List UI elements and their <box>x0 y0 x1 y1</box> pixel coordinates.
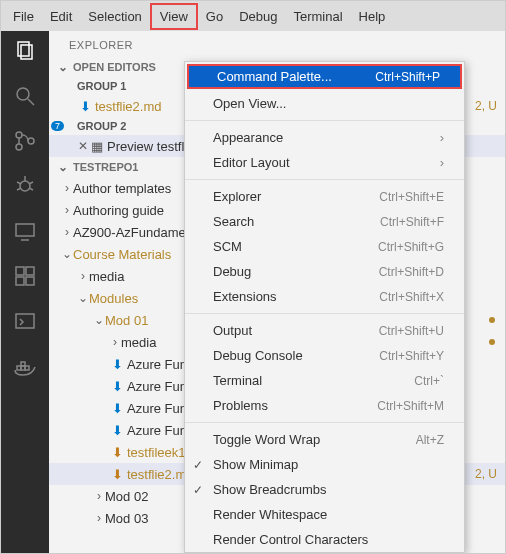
svg-line-12 <box>29 188 33 190</box>
menu-shortcut: Ctrl+Shift+Y <box>379 349 444 363</box>
menu-item-label: Editor Layout <box>213 155 290 170</box>
menu-shortcut: Alt+Z <box>416 433 444 447</box>
chevron-right-icon: › <box>440 130 444 145</box>
menu-item[interactable]: Appearance› <box>185 125 464 150</box>
menu-shortcut: Ctrl+Shift+F <box>380 215 444 229</box>
sidebar-title: EXPLORER <box>49 31 505 57</box>
menu-selection[interactable]: Selection <box>80 5 149 28</box>
menu-debug[interactable]: Debug <box>231 5 285 28</box>
explorer-icon[interactable] <box>13 39 37 66</box>
docker-icon[interactable] <box>13 354 37 381</box>
menu-item[interactable]: ExtensionsCtrl+Shift+X <box>185 284 464 309</box>
menu-item[interactable]: SCMCtrl+Shift+G <box>185 234 464 259</box>
menu-shortcut: Ctrl+Shift+E <box>379 190 444 204</box>
svg-rect-17 <box>16 277 24 285</box>
menu-terminal[interactable]: Terminal <box>285 5 350 28</box>
menu-item[interactable]: Render Control Characters <box>185 527 464 552</box>
menu-item-label: Search <box>213 214 254 229</box>
markdown-icon: ⬇ <box>109 379 125 394</box>
markdown-icon: ⬇ <box>109 445 125 460</box>
svg-line-11 <box>17 188 21 190</box>
menu-item[interactable]: ExplorerCtrl+Shift+E <box>185 184 464 209</box>
menu-item[interactable]: TerminalCtrl+` <box>185 368 464 393</box>
svg-point-2 <box>17 88 29 100</box>
svg-rect-19 <box>16 314 34 328</box>
markdown-icon: ⬇ <box>77 99 93 114</box>
menu-item[interactable]: Open View... <box>185 91 464 116</box>
menu-go[interactable]: Go <box>198 5 231 28</box>
svg-rect-16 <box>26 267 34 275</box>
menu-item[interactable]: Render Whitespace <box>185 502 464 527</box>
svg-point-5 <box>16 144 22 150</box>
menu-help[interactable]: Help <box>351 5 394 28</box>
file-status: 2, U <box>475 99 497 113</box>
menu-shortcut: Ctrl+Shift+G <box>378 240 444 254</box>
svg-line-3 <box>28 99 34 105</box>
close-icon[interactable]: ✕ <box>77 139 89 153</box>
menu-shortcut: Ctrl+Shift+X <box>379 290 444 304</box>
svg-point-4 <box>16 132 22 138</box>
menu-shortcut: Ctrl+Shift+P <box>375 70 440 84</box>
menu-item[interactable]: SearchCtrl+Shift+F <box>185 209 464 234</box>
menu-item-label: Render Whitespace <box>213 507 327 522</box>
menu-item-label: Explorer <box>213 189 261 204</box>
markdown-icon: ⬇ <box>109 467 125 482</box>
file-status: 2, U <box>475 467 497 481</box>
menubar: File Edit Selection View Go Debug Termin… <box>1 1 505 31</box>
menu-item[interactable]: ✓Show Minimap <box>185 452 464 477</box>
scm-badge: 7 <box>51 121 64 131</box>
menu-item[interactable]: ✓Show Breadcrumbs <box>185 477 464 502</box>
markdown-icon: ⬇ <box>109 423 125 438</box>
menu-item-label: Debug <box>213 264 251 279</box>
menu-item[interactable]: Command Palette...Ctrl+Shift+P <box>187 64 462 89</box>
menu-item-label: Open View... <box>213 96 286 111</box>
menu-item-label: Show Minimap <box>213 457 298 472</box>
file-name: testflie2.md <box>95 99 161 114</box>
menu-item-label: Extensions <box>213 289 277 304</box>
remote-icon[interactable] <box>13 219 37 246</box>
svg-rect-1 <box>21 45 32 59</box>
menu-item-label: Show Breadcrumbs <box>213 482 326 497</box>
menu-item-label: Toggle Word Wrap <box>213 432 320 447</box>
menu-item[interactable]: Editor Layout› <box>185 150 464 175</box>
menu-item[interactable]: ProblemsCtrl+Shift+M <box>185 393 464 418</box>
extensions-icon[interactable] <box>13 264 37 291</box>
menu-item[interactable]: OutputCtrl+Shift+U <box>185 318 464 343</box>
menu-shortcut: Ctrl+Shift+M <box>377 399 444 413</box>
preview-icon: ▦ <box>89 139 105 154</box>
scm-icon[interactable]: 7 <box>13 129 37 156</box>
search-icon[interactable] <box>13 84 37 111</box>
menu-item-label: Debug Console <box>213 348 303 363</box>
menu-item[interactable]: DebugCtrl+Shift+D <box>185 259 464 284</box>
svg-rect-13 <box>16 224 34 236</box>
menu-item-label: Output <box>213 323 252 338</box>
markdown-icon: ⬇ <box>109 357 125 372</box>
svg-point-6 <box>28 138 34 144</box>
menu-item-label: Appearance <box>213 130 283 145</box>
menu-item[interactable]: Toggle Word WrapAlt+Z <box>185 427 464 452</box>
svg-line-10 <box>29 182 33 184</box>
menu-file[interactable]: File <box>5 5 42 28</box>
menu-view[interactable]: View <box>150 3 198 30</box>
menu-item-label: Problems <box>213 398 268 413</box>
debug-icon[interactable] <box>13 174 37 201</box>
svg-rect-18 <box>26 277 34 285</box>
menu-shortcut: Ctrl+Shift+U <box>379 324 444 338</box>
check-icon: ✓ <box>193 458 203 472</box>
modified-dot <box>489 317 495 323</box>
markdown-icon: ⬇ <box>109 401 125 416</box>
svg-line-9 <box>17 182 21 184</box>
terminal-panel-icon[interactable] <box>13 309 37 336</box>
activity-bar: 7 <box>1 31 49 553</box>
menu-edit[interactable]: Edit <box>42 5 80 28</box>
menu-item-label: Terminal <box>213 373 262 388</box>
menu-shortcut: Ctrl+` <box>414 374 444 388</box>
check-icon: ✓ <box>193 483 203 497</box>
menu-shortcut: Ctrl+Shift+D <box>379 265 444 279</box>
menu-item-label: Render Control Characters <box>213 532 368 547</box>
chevron-right-icon: › <box>440 155 444 170</box>
view-menu-dropdown: Command Palette...Ctrl+Shift+POpen View.… <box>184 61 465 553</box>
svg-rect-23 <box>21 362 25 366</box>
menu-item[interactable]: Debug ConsoleCtrl+Shift+Y <box>185 343 464 368</box>
modified-dot <box>489 339 495 345</box>
